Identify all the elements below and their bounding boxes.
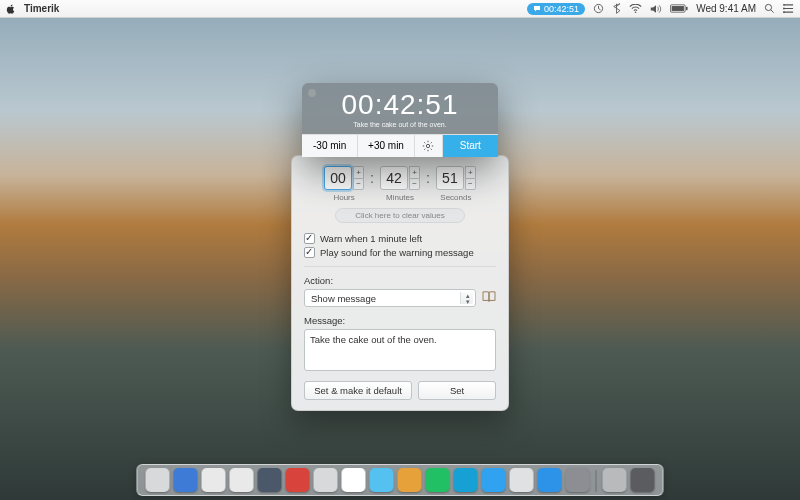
dock-app-17[interactable] xyxy=(631,468,655,492)
svg-point-5 xyxy=(765,4,771,10)
timer-button-bar: -30 min +30 min Start xyxy=(302,134,498,157)
wifi-icon[interactable] xyxy=(629,4,642,14)
minutes-plus[interactable]: + xyxy=(409,166,420,178)
minutes-minus[interactable]: − xyxy=(409,178,420,190)
clear-values-button[interactable]: Click here to clear values xyxy=(335,208,465,223)
menubar-timer-pill[interactable]: 00:42:51 xyxy=(527,3,585,15)
gear-icon xyxy=(422,140,434,152)
dock-app-13[interactable] xyxy=(510,468,534,492)
hours-plus[interactable]: + xyxy=(353,166,364,178)
dock-app-10[interactable] xyxy=(426,468,450,492)
action-label: Action: xyxy=(304,275,496,286)
hours-minus[interactable]: − xyxy=(353,178,364,190)
dock-app-12[interactable] xyxy=(482,468,506,492)
dock-app-15[interactable] xyxy=(566,468,590,492)
svg-rect-3 xyxy=(672,6,684,11)
sound-checkbox-label: Play sound for the warning message xyxy=(320,247,474,258)
time-machine-icon[interactable] xyxy=(593,3,604,14)
seconds-label: Seconds xyxy=(440,193,471,202)
warn-checkbox-label: Warn when 1 minute left xyxy=(320,233,422,244)
dock-app-16[interactable] xyxy=(603,468,627,492)
timer-window: 00:42:51 Take the cake out of the oven. … xyxy=(302,83,498,157)
time-stepper-row: 00 +− Hours : 42 +− Minutes : 51 xyxy=(304,166,496,202)
svg-point-9 xyxy=(427,144,430,147)
dock-app-1[interactable] xyxy=(174,468,198,492)
set-default-button[interactable]: Set & make it default xyxy=(304,381,412,400)
message-label: Message: xyxy=(304,315,496,326)
seconds-plus[interactable]: + xyxy=(465,166,476,178)
close-window-button[interactable] xyxy=(308,89,316,97)
message-textarea[interactable]: Take the cake out of the oven. xyxy=(304,329,496,371)
warn-checkbox-row[interactable]: Warn when 1 minute left xyxy=(304,233,496,244)
minus-30-button[interactable]: -30 min xyxy=(302,135,358,157)
volume-icon[interactable] xyxy=(650,4,662,14)
bluetooth-icon[interactable] xyxy=(612,3,621,14)
dock-app-9[interactable] xyxy=(398,468,422,492)
action-select[interactable]: Show message ▴▾ xyxy=(304,289,476,307)
svg-point-1 xyxy=(635,11,637,13)
settings-button[interactable] xyxy=(415,135,443,157)
dock-app-6[interactable] xyxy=(314,468,338,492)
dock-app-14[interactable] xyxy=(538,468,562,492)
dock-app-7[interactable] xyxy=(342,468,366,492)
menu-bar-right: 00:42:51 Wed 9:41 AM xyxy=(527,3,794,15)
notification-center-icon[interactable] xyxy=(783,3,794,14)
app-name[interactable]: Timerik xyxy=(24,3,59,14)
hours-field[interactable]: 00 xyxy=(324,166,352,190)
contacts-icon[interactable] xyxy=(482,291,496,305)
menubar-timer-value: 00:42:51 xyxy=(544,4,579,14)
minutes-field[interactable]: 42 xyxy=(380,166,408,190)
dock-app-4[interactable] xyxy=(258,468,282,492)
dock-app-11[interactable] xyxy=(454,468,478,492)
sound-checkbox[interactable] xyxy=(304,247,315,258)
svg-rect-4 xyxy=(686,7,688,10)
timer-display: 00:42:51 xyxy=(302,91,498,119)
warn-checkbox[interactable] xyxy=(304,233,315,244)
chevron-updown-icon: ▴▾ xyxy=(466,293,470,305)
dock-app-0[interactable] xyxy=(146,468,170,492)
dock-app-2[interactable] xyxy=(202,468,226,492)
svg-point-7 xyxy=(783,8,785,10)
action-select-value: Show message xyxy=(311,293,376,304)
timer-subtitle: Take the cake out of the oven. xyxy=(302,121,498,128)
desktop: Timerik 00:42:51 Wed 9:41 AM 00:42:51 Ta… xyxy=(0,0,800,500)
set-button[interactable]: Set xyxy=(418,381,496,400)
speech-bubble-icon xyxy=(533,5,541,13)
settings-popover: 00 +− Hours : 42 +− Minutes : 51 xyxy=(291,155,509,411)
hours-label: Hours xyxy=(333,193,354,202)
start-button[interactable]: Start xyxy=(443,135,498,157)
svg-point-8 xyxy=(783,11,785,13)
menubar-clock[interactable]: Wed 9:41 AM xyxy=(696,3,756,14)
spotlight-icon[interactable] xyxy=(764,3,775,14)
plus-30-button[interactable]: +30 min xyxy=(358,135,414,157)
minutes-label: Minutes xyxy=(386,193,414,202)
dock-app-8[interactable] xyxy=(370,468,394,492)
sound-checkbox-row[interactable]: Play sound for the warning message xyxy=(304,247,496,258)
menu-bar: Timerik 00:42:51 Wed 9:41 AM xyxy=(0,0,800,18)
battery-icon[interactable] xyxy=(670,4,688,13)
svg-point-6 xyxy=(783,4,785,6)
dock-app-3[interactable] xyxy=(230,468,254,492)
dock xyxy=(137,464,664,496)
seconds-field[interactable]: 51 xyxy=(436,166,464,190)
seconds-minus[interactable]: − xyxy=(465,178,476,190)
dock-app-5[interactable] xyxy=(286,468,310,492)
apple-menu-icon[interactable] xyxy=(6,4,16,14)
timer-header: 00:42:51 Take the cake out of the oven. xyxy=(302,83,498,134)
